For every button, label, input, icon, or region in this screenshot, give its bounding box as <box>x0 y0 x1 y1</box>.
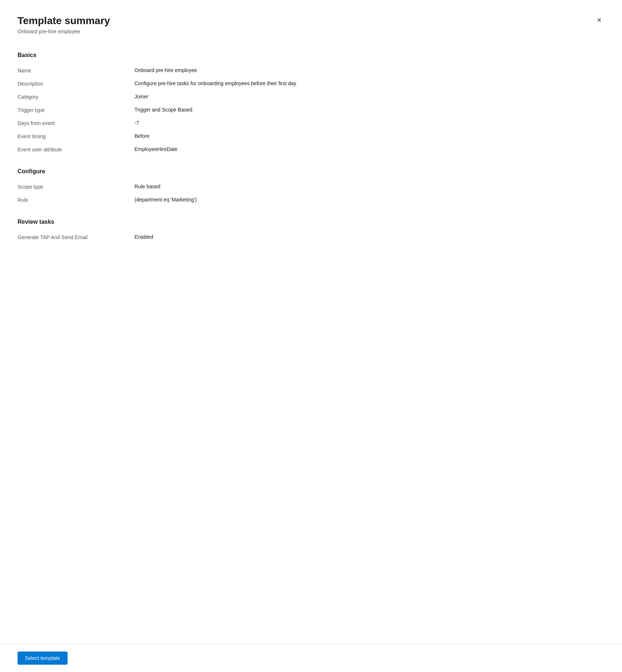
template-summary-panel: Template summary Onboard pre-hire employ… <box>0 0 622 672</box>
field-value-description: Configure pre-hire tasks for onboarding … <box>134 80 604 86</box>
field-label-days-from-event: Days from event <box>18 120 134 126</box>
basics-section: Basics Name Onboard pre-hire employee De… <box>18 52 604 156</box>
field-label-trigger-type: Trigger type <box>18 107 134 113</box>
panel-footer: Select template <box>0 644 622 672</box>
field-row-trigger-type: Trigger type Trigger and Scope Based <box>18 104 604 117</box>
field-row-name: Name Onboard pre-hire employee <box>18 64 604 78</box>
field-value-rule: (department eq 'Marketing') <box>134 197 604 203</box>
field-label-generate-tap: Generate TAP And Send Email <box>18 234 134 240</box>
select-template-button[interactable]: Select template <box>18 652 68 665</box>
panel-header: Template summary Onboard pre-hire employ… <box>18 15 604 34</box>
panel-subtitle: Onboard pre-hire employee <box>18 29 110 34</box>
field-label-name: Name <box>18 67 134 73</box>
panel-title-block: Template summary Onboard pre-hire employ… <box>18 15 110 34</box>
field-value-category: Joiner <box>134 94 604 99</box>
field-value-days-from-event: -7 <box>134 120 604 126</box>
close-button[interactable]: × <box>594 15 604 26</box>
field-row-description: Description Configure pre-hire tasks for… <box>18 78 604 91</box>
field-row-days-from-event: Days from event -7 <box>18 117 604 130</box>
review-tasks-section: Review tasks Generate TAP And Send Email… <box>18 219 604 244</box>
basics-section-title: Basics <box>18 52 604 58</box>
field-label-category: Category <box>18 94 134 100</box>
field-label-rule: Rule <box>18 197 134 203</box>
configure-section-title: Configure <box>18 168 604 175</box>
close-icon: × <box>597 16 602 24</box>
field-row-scope-type: Scope type Rule based <box>18 181 604 194</box>
field-row-event-timing: Event timing Before <box>18 130 604 143</box>
field-value-event-user-attribute: EmployeeHireDate <box>134 146 604 152</box>
field-value-scope-type: Rule based <box>134 184 604 189</box>
field-label-description: Description <box>18 80 134 87</box>
field-value-generate-tap: Enabled <box>134 234 604 240</box>
field-row-rule: Rule (department eq 'Marketing') <box>18 194 604 207</box>
field-label-event-user-attribute: Event user attribute <box>18 146 134 152</box>
field-row-category: Category Joiner <box>18 91 604 104</box>
field-label-scope-type: Scope type <box>18 184 134 190</box>
field-label-event-timing: Event timing <box>18 133 134 139</box>
panel-title: Template summary <box>18 15 110 27</box>
field-value-trigger-type: Trigger and Scope Based <box>134 107 604 113</box>
field-row-event-user-attribute: Event user attribute EmployeeHireDate <box>18 143 604 156</box>
field-value-event-timing: Before <box>134 133 604 139</box>
field-row-generate-tap: Generate TAP And Send Email Enabled <box>18 231 604 244</box>
configure-section: Configure Scope type Rule based Rule (de… <box>18 168 604 207</box>
field-value-name: Onboard pre-hire employee <box>134 67 604 73</box>
review-tasks-section-title: Review tasks <box>18 219 604 225</box>
